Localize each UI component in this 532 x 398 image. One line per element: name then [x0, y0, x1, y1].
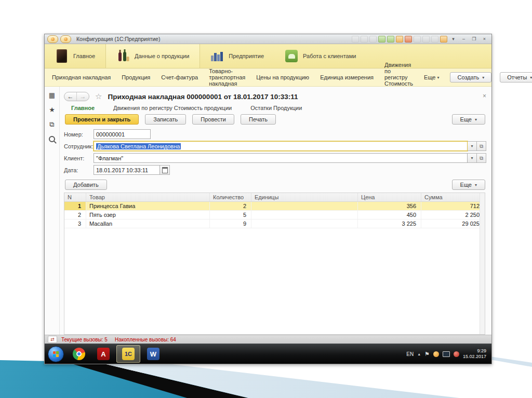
- column-header-units[interactable]: Единицы: [251, 193, 358, 201]
- write-button[interactable]: Записать: [145, 114, 186, 125]
- taskbar-word-button[interactable]: W: [142, 346, 165, 362]
- column-header-product[interactable]: Товар: [86, 193, 210, 201]
- create-button[interactable]: Создать ▾: [450, 72, 491, 83]
- menu-item-unit[interactable]: Единица измерения: [320, 74, 374, 80]
- column-header-quantity[interactable]: Количество: [210, 193, 251, 201]
- ribbon-tabs: Главное Данные о продукции: [45, 44, 491, 68]
- document-nav-row: ← → ☆ Приходная накладная 000000001 от 1…: [64, 90, 486, 103]
- taskbar-chrome-button[interactable]: [68, 346, 90, 362]
- selected-text: Дьякова Светлана Леонидовна: [96, 143, 181, 149]
- column-header-price[interactable]: Цена: [358, 193, 421, 201]
- language-indicator[interactable]: EN: [406, 351, 414, 357]
- field-row-number: Номер: 000000001: [64, 129, 486, 139]
- calendar-icon[interactable]: [405, 36, 412, 43]
- back-button[interactable]: ←: [64, 92, 76, 101]
- antivirus-tray-icon[interactable]: [433, 351, 439, 357]
- taskbar-acrobat-button[interactable]: A: [92, 346, 115, 362]
- taskbar-1c-button[interactable]: 1С: [116, 345, 140, 363]
- main-menu-button[interactable]: [47, 35, 58, 43]
- menu-item-vat-invoice[interactable]: Счет-фактура: [161, 74, 198, 80]
- word-icon: W: [147, 348, 159, 360]
- tray-date: 15.02.2017: [463, 354, 486, 360]
- titlebar-toolbar: ▾ – ❐ ×: [352, 35, 489, 43]
- window-title: Конфигурация (1С:Предприятие): [76, 36, 160, 42]
- accumulated-calls: Накопленные вызовы: 64: [115, 337, 176, 342]
- quick-menu-button[interactable]: [60, 35, 71, 43]
- status-text: Текущие вызовы: 5 Накопленные вызовы: 64: [61, 337, 176, 342]
- tab-label: Работа с клиентами: [303, 53, 356, 59]
- volume-muted-icon[interactable]: [454, 351, 459, 357]
- reports-button[interactable]: Отчеты ▾: [500, 72, 532, 83]
- toolbar-dropdown-icon[interactable]: ▾: [449, 35, 458, 43]
- chrome-icon: [73, 348, 85, 360]
- favorite-star-icon[interactable]: ☆: [95, 92, 102, 101]
- memory-recall-icon[interactable]: [431, 36, 438, 43]
- table-row[interactable]: 3 Macallan 9 3 225 29 025: [64, 219, 485, 228]
- client-field[interactable]: "Флагман": [94, 153, 468, 163]
- current-calls: Текущие вызовы: 5: [61, 337, 108, 342]
- presentation-slide: Конфигурация (1С:Предприятие) ▾ – ❐ ×: [0, 0, 532, 398]
- status-bar: ⇄ Текущие вызовы: 5 Накопленные вызовы: …: [45, 335, 491, 344]
- acrobat-icon: A: [97, 348, 110, 360]
- menu-item-incoming-invoice[interactable]: Приходная накладная: [52, 74, 111, 80]
- menu-item-products[interactable]: Продукция: [122, 74, 150, 80]
- network-tray-icon[interactable]: [443, 351, 450, 357]
- save-icon[interactable]: [352, 36, 359, 43]
- client-open-button[interactable]: ⧉: [477, 153, 486, 163]
- memory-minus-icon[interactable]: [422, 36, 430, 43]
- menu-item-prices[interactable]: Цены на продукцию: [256, 74, 309, 80]
- clients-icon: [285, 49, 298, 63]
- history-icon[interactable]: ⧉: [49, 121, 54, 128]
- add-row-button[interactable]: Добавить: [65, 180, 107, 190]
- table-row[interactable]: 1 Принцесса Гавиа 2 356 712: [64, 202, 485, 211]
- taskbar-clock[interactable]: 9:29 15.02.2017: [463, 348, 486, 360]
- action-center-flag-icon[interactable]: ⚑: [424, 351, 430, 358]
- link-main[interactable]: Главное: [71, 105, 95, 111]
- tab-clients[interactable]: Работа с клиентами: [274, 44, 366, 68]
- menubar-buttons: Создать ▾ Отчеты ▾: [450, 72, 532, 83]
- table-row[interactable]: 2 Пять озер 5 450 2 250: [64, 211, 485, 219]
- memory-plus-icon[interactable]: [414, 36, 421, 43]
- functions-menu-icon[interactable]: ▦: [49, 92, 55, 99]
- post-button[interactable]: Провести: [192, 114, 234, 125]
- search-icon[interactable]: [49, 136, 55, 142]
- grid-more-button[interactable]: Еще ▾: [452, 180, 485, 190]
- tab-product-data[interactable]: Данные о продукции: [105, 44, 200, 68]
- restore-button[interactable]: ❐: [470, 35, 478, 43]
- document-close-icon[interactable]: ×: [483, 93, 486, 99]
- 1c-application-window: Конфигурация (1С:Предприятие) ▾ – ❐ ×: [44, 34, 492, 364]
- minimize-button[interactable]: –: [459, 35, 468, 43]
- calculator-icon[interactable]: [396, 36, 403, 43]
- check-icon[interactable]: [387, 36, 394, 43]
- preview-icon[interactable]: [378, 36, 385, 43]
- tray-expand-icon[interactable]: ▲: [417, 352, 421, 356]
- menu-item-waybill[interactable]: Товарно-транспортная накладная: [209, 68, 245, 87]
- column-header-sum[interactable]: Сумма: [421, 193, 485, 201]
- link-register-movements[interactable]: Движения по регистру Стоимость продукции: [113, 105, 232, 111]
- number-field[interactable]: 000000001: [94, 129, 151, 139]
- post-and-close-button[interactable]: Провести и закрыть: [65, 114, 139, 125]
- more-button[interactable]: Еще ▾: [452, 114, 485, 125]
- print-button[interactable]: Печать: [241, 114, 276, 125]
- employee-open-button[interactable]: ⧉: [477, 141, 486, 151]
- link-product-remains[interactable]: Остатки Продукции: [250, 105, 302, 111]
- print-icon[interactable]: [369, 36, 377, 43]
- column-header-n[interactable]: N: [64, 193, 86, 201]
- tab-enterprise[interactable]: Предприятие: [200, 44, 274, 68]
- employee-dropdown-button[interactable]: ▾: [468, 141, 477, 151]
- start-button[interactable]: [48, 346, 64, 362]
- employee-field[interactable]: Дьякова Светлана Леонидовна: [94, 141, 468, 151]
- close-button[interactable]: ×: [480, 35, 489, 43]
- grid-scrollbar[interactable]: [480, 193, 485, 334]
- chevron-down-icon: ▾: [475, 183, 477, 187]
- menu-more-button[interactable]: Еще ▾: [424, 74, 439, 80]
- calendar-picker-button[interactable]: [160, 165, 170, 175]
- client-dropdown-button[interactable]: ▾: [468, 153, 477, 163]
- tab-label: Главное: [73, 53, 95, 59]
- info-icon[interactable]: [440, 36, 447, 43]
- date-field[interactable]: 18.01.2017 10:33:11: [94, 165, 160, 175]
- forward-button[interactable]: →: [76, 92, 89, 101]
- favorites-star-icon[interactable]: ★: [49, 106, 55, 113]
- tab-main[interactable]: Главное: [45, 44, 105, 68]
- find-icon[interactable]: [361, 36, 368, 43]
